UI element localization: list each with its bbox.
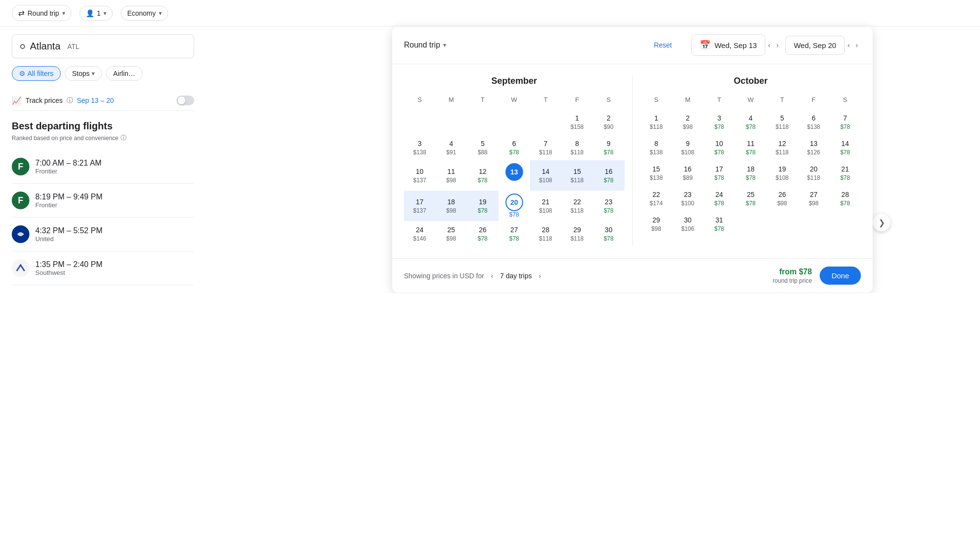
calendar-day-cell[interactable]: 18$78 [735,160,766,186]
calendar-day-cell[interactable]: 13$126 [798,135,829,160]
calendar-day-cell[interactable]: 21$78 [829,160,861,186]
calendar-day-cell[interactable]: 28$78 [829,186,861,211]
calendar-day-cell[interactable]: 26$78 [467,221,498,246]
return-next-nav[interactable]: › [853,38,861,52]
calendar-day-cell[interactable]: 10$78 [704,135,735,160]
calendar-day-cell[interactable]: 8$118 [561,135,593,160]
calendar-day-cell[interactable]: 21$108 [530,191,561,221]
calendar-day-cell[interactable]: 17$137 [404,191,435,221]
calendar-day-cell[interactable]: 24$146 [404,221,435,246]
calendar-day-cell[interactable]: 10$137 [404,160,435,191]
calendar-day-cell[interactable]: 3$78 [704,109,735,135]
day-price: $78 [840,123,850,130]
calendar-day-cell[interactable]: 7$118 [530,135,561,160]
calendar-day-cell[interactable]: 20$118 [798,160,829,186]
all-filters-button[interactable]: ⚙ All filters [12,66,61,81]
calendar-day-cell[interactable]: 1$118 [641,109,672,135]
calendar-day-cell[interactable]: 3$138 [404,135,435,160]
calendar-day-cell[interactable]: 27$98 [798,186,829,211]
search-box[interactable]: Atlanta ATL [12,34,194,58]
calendar-day-cell[interactable]: 25$78 [735,186,766,211]
calendar-day-cell[interactable]: 19$108 [766,160,798,186]
departure-next-nav[interactable]: › [774,38,782,52]
calendar-day-cell[interactable]: 8$138 [641,135,672,160]
departure-date-selector[interactable]: 📅 Wed, Sep 13 [691,34,765,56]
calendar-day-cell[interactable]: 17$78 [704,160,735,186]
calendar-day-cell[interactable]: 1$158 [561,109,593,135]
done-button[interactable]: Done [820,267,861,285]
day-number: 7 [544,139,548,149]
calendar-day-cell[interactable]: 29$98 [641,211,672,237]
calendar-day-cell[interactable]: 20$78 [499,191,530,221]
calendar-day-cell[interactable]: 2$98 [672,109,704,135]
track-dates: Sep 13 – 20 [77,97,114,104]
day-price: $138 [650,174,663,181]
calendar-day-cell[interactable]: 25$98 [435,221,467,246]
day-number: 28 [542,225,550,235]
track-info-icon[interactable]: ⓘ [67,96,73,105]
class-selector[interactable]: Economy ▾ [121,6,168,21]
calendar-day-cell[interactable]: 14$78 [829,135,861,160]
calendar-day-cell[interactable]: 27$78 [499,221,530,246]
calendar-day-cell[interactable]: 11$78 [735,135,766,160]
round-trip-selector[interactable]: ⇄ Round trip ▾ [12,5,72,21]
calendar-day-cell[interactable]: 26$98 [766,186,798,211]
trip-duration-prev[interactable]: ‹ [488,271,496,281]
trip-type-selector[interactable]: Round trip ▾ [404,41,446,49]
track-prices-toggle[interactable] [176,96,194,105]
calendar-day-cell[interactable]: 16$89 [672,160,704,186]
calendar-day-cell[interactable]: 11$98 [435,160,467,191]
day-price: $78 [509,211,519,218]
return-prev-nav[interactable]: ‹ [845,38,853,52]
calendar-next-button[interactable]: ❯ [873,214,890,231]
airlines-filter-button[interactable]: Airlin… [106,66,143,81]
calendar-day-cell [499,109,530,135]
subtitle-info-icon[interactable]: ⓘ [121,134,126,142]
stops-filter-button[interactable]: Stops ▾ [65,66,102,81]
calendar-day-cell[interactable]: 18$98 [435,191,467,221]
calendar-day-cell[interactable]: 4$91 [435,135,467,160]
calendar-day-cell[interactable]: 5$118 [766,109,798,135]
calendar-day-cell[interactable]: 22$118 [561,191,593,221]
calendar-day-cell[interactable]: 22$174 [641,186,672,211]
return-date-selector[interactable]: Wed, Sep 20 [785,36,844,55]
calendar-day-cell[interactable]: 12$78 [467,160,498,191]
calendar-day-cell[interactable]: 15$118 [561,160,593,191]
calendar-day-cell[interactable]: 7$78 [829,109,861,135]
reset-button[interactable]: Reset [654,41,672,49]
oct-day-header-m: M [672,94,704,105]
calendar-day-cell[interactable]: 31$78 [704,211,735,237]
flight-item[interactable]: 4:32 PM – 5:52 PM United [12,218,194,251]
calendar-day-cell[interactable]: 23$100 [672,186,704,211]
flight-item[interactable]: 1:35 PM – 2:40 PM Southwest [12,251,194,285]
day-number: 29 [573,225,581,235]
calendar-day-cell[interactable]: 28$118 [530,221,561,246]
calendar-day-cell[interactable]: 24$78 [704,186,735,211]
calendar-day-cell[interactable]: 4$78 [735,109,766,135]
calendar-day-cell[interactable]: 13$78 [499,160,530,191]
passengers-selector[interactable]: 👤 1 ▾ [79,6,113,21]
calendar-day-cell[interactable]: 9$108 [672,135,704,160]
calendar-day-cell[interactable]: 6$138 [798,109,829,135]
trip-duration-next[interactable]: › [536,271,544,281]
calendar-day-cell[interactable]: 30$106 [672,211,704,237]
calendar-day-cell[interactable]: 9$78 [593,135,624,160]
calendar-day-cell[interactable]: 23$78 [593,191,624,221]
calendar-day-cell[interactable]: 29$118 [561,221,593,246]
flight-item[interactable]: F 7:00 AM – 8:21 AM Frontier [12,150,194,184]
calendar-day-cell[interactable]: 15$138 [641,160,672,186]
flight-time: 8:19 PM – 9:49 PM [35,193,194,201]
calendar-day-cell[interactable]: 12$118 [766,135,798,160]
calendar-day-cell[interactable]: 14$108 [530,160,561,191]
calendar-day-cell[interactable]: 2$90 [593,109,624,135]
day-number: 28 [841,190,849,200]
calendar-day-cell[interactable]: 5$88 [467,135,498,160]
calendar-day-cell[interactable]: 30$78 [593,221,624,246]
flight-item[interactable]: F 8:19 PM – 9:49 PM Frontier [12,184,194,218]
round-trip-icon: ⇄ [18,8,25,18]
calendar-day-cell[interactable]: 6$78 [499,135,530,160]
flight-info: 4:32 PM – 5:52 PM United [35,226,194,243]
calendar-day-cell[interactable]: 16$78 [593,160,624,191]
calendar-day-cell[interactable]: 19$78 [467,191,498,221]
departure-prev-nav[interactable]: ‹ [765,38,774,52]
